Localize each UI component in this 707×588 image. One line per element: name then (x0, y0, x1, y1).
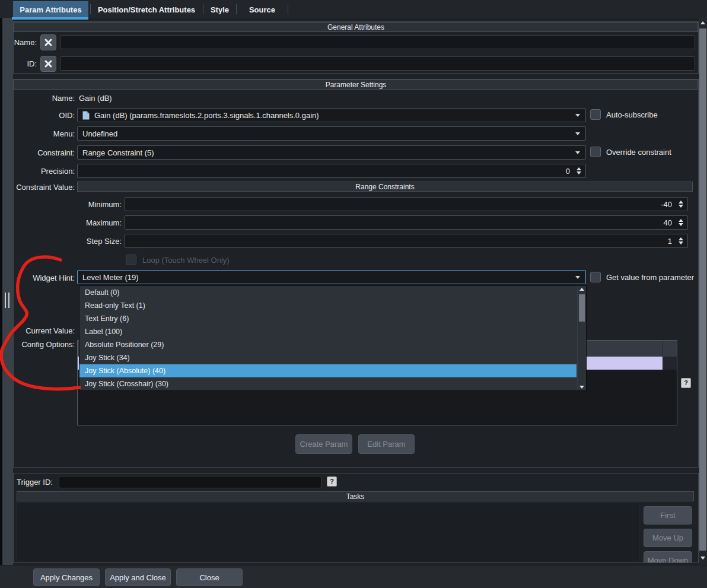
chevron-down-icon (575, 151, 580, 154)
scroll-up-button[interactable] (699, 18, 707, 27)
minimum-spinner[interactable]: -40 (125, 197, 688, 211)
active-tab-indicator (12, 17, 88, 20)
scrollbar-thumb[interactable] (699, 28, 706, 551)
constraint-value: Range Constraint (5) (82, 148, 154, 157)
document-icon (82, 111, 90, 120)
popup-item[interactable]: Absolute Positioner (29) (79, 338, 577, 351)
maximum-value: 40 (664, 216, 672, 229)
loop-touch-wheel-label: Loop (Touch Wheel Only) (142, 256, 230, 265)
menu-dropdown[interactable]: Undefined (77, 126, 586, 141)
oid-label: OID: (0, 111, 75, 120)
popup-item[interactable]: Read-only Text (1) (79, 299, 577, 312)
precision-label: Precision: (0, 167, 75, 176)
widget-hint-value: Level Meter (19) (82, 273, 139, 282)
constraint-label: Constraint: (0, 148, 75, 158)
trigger-id-label: Trigger ID: (17, 478, 53, 487)
maximum-spinner[interactable]: 40 (125, 215, 688, 230)
param-name-value: Gain (dB) (79, 94, 112, 103)
spinner-arrows-icon[interactable] (577, 167, 581, 174)
tasks-list[interactable] (17, 503, 639, 562)
name-input[interactable] (60, 35, 695, 49)
clear-id-button[interactable] (40, 56, 56, 72)
step-size-label: Step Size: (0, 237, 122, 246)
chevron-down-icon (575, 114, 580, 117)
tasks-header: Tasks (17, 491, 694, 501)
precision-value: 0 (566, 164, 570, 177)
move-up-button[interactable]: Move Up (644, 529, 692, 547)
oid-dropdown[interactable]: Gain (dB) (params.frameslots.2.ports.3.s… (77, 108, 586, 122)
popup-scrollbar-thumb[interactable] (579, 294, 585, 322)
constraint-value-label: Constraint Value: (0, 183, 75, 192)
range-constraints-header: Range Constraints (77, 182, 693, 192)
tab-divider (288, 4, 288, 14)
maximum-label: Maximum: (0, 218, 122, 228)
tab-param-attributes[interactable]: Param Attributes (13, 1, 88, 18)
arrow-up-icon (700, 21, 705, 24)
tab-position-stretch-attributes[interactable]: Position/Stretch Attributes (91, 1, 202, 18)
grip-line (5, 293, 6, 308)
id-label: ID: (0, 59, 37, 69)
loop-touch-wheel-checkbox (126, 255, 136, 265)
apply-changes-button[interactable]: Apply Changes (33, 568, 100, 586)
step-size-spinner[interactable]: 1 (125, 234, 688, 248)
id-input[interactable] (60, 56, 695, 71)
edit-param-button[interactable]: Edit Param (358, 434, 415, 454)
tab-bar: Param Attributes Position/Stretch Attrib… (0, 0, 707, 18)
tab-style[interactable]: Style (203, 1, 236, 18)
popup-item[interactable]: Joy Stick (Crosshair) (30) (79, 377, 577, 390)
x-icon (44, 39, 52, 46)
arrow-down-icon (579, 386, 584, 389)
current-value-label: Current Value: (0, 326, 75, 336)
spinner-arrows-icon[interactable] (679, 219, 683, 226)
close-button[interactable]: Close (176, 568, 243, 586)
constraint-dropdown[interactable]: Range Constraint (5) (77, 145, 586, 160)
tab-source[interactable]: Source (237, 1, 288, 18)
trigger-id-input[interactable] (59, 476, 321, 488)
scroll-down-button[interactable] (699, 553, 707, 562)
x-icon (44, 60, 52, 68)
widget-hint-popup: Default (0) Read-only Text (1) Text Entr… (79, 285, 587, 391)
popup-item-selected[interactable]: Joy Stick (Absolute) (40) (79, 364, 577, 377)
trigger-help-button[interactable]: ? (327, 476, 337, 487)
param-editor-window: Param Attributes Position/Stretch Attrib… (0, 0, 707, 588)
widget-hint-dropdown[interactable]: Level Meter (19) (77, 270, 586, 284)
arrow-up-icon (579, 288, 584, 291)
widget-hint-label: Widget Hint: (0, 274, 75, 283)
spinner-arrows-icon[interactable] (679, 201, 683, 208)
menu-label: Menu: (0, 129, 75, 139)
name-label: Name: (0, 38, 37, 47)
arrow-down-icon (700, 557, 705, 560)
clear-name-button[interactable] (40, 34, 56, 50)
main-scrollbar[interactable] (699, 18, 707, 565)
step-size-value: 1 (668, 234, 672, 247)
popup-item[interactable]: Label (100) (79, 325, 577, 338)
override-constraint-label: Override constraint (606, 148, 671, 157)
chevron-down-icon (575, 132, 580, 135)
move-down-button[interactable]: Move Down (644, 551, 692, 563)
popup-item[interactable]: Default (0) (79, 286, 577, 299)
apply-and-close-button[interactable]: Apply and Close (105, 568, 171, 586)
minimum-value: -40 (661, 198, 672, 211)
create-param-button[interactable]: Create Param (295, 434, 352, 454)
popup-scrollbar[interactable] (577, 286, 586, 390)
precision-spinner[interactable]: 0 (77, 164, 586, 178)
minimum-label: Minimum: (0, 200, 122, 209)
first-button[interactable]: First (644, 506, 692, 525)
footer-bar: Apply Changes Apply and Close Close (0, 565, 707, 588)
grip-line (8, 293, 9, 308)
get-value-checkbox[interactable] (590, 272, 601, 282)
popup-item[interactable]: Text Entry (6) (79, 312, 577, 325)
config-help-button[interactable]: ? (681, 378, 691, 388)
config-options-label: Config Options: (0, 340, 75, 349)
override-constraint-checkbox[interactable] (590, 147, 601, 157)
oid-value: Gain (dB) (params.frameslots.2.ports.3.s… (94, 111, 319, 120)
chevron-down-icon (575, 276, 580, 279)
general-attributes-header: General Attributes (14, 22, 698, 32)
config-table-row-end-cell (663, 357, 677, 370)
auto-subscribe-checkbox[interactable] (590, 109, 601, 120)
popup-item[interactable]: Joy Stick (34) (79, 351, 577, 364)
get-value-label: Get value from parameter (606, 273, 694, 282)
spinner-arrows-icon[interactable] (679, 237, 683, 244)
auto-subscribe-label: Auto-subscribe (606, 110, 658, 120)
param-name-label: Name: (0, 94, 75, 103)
